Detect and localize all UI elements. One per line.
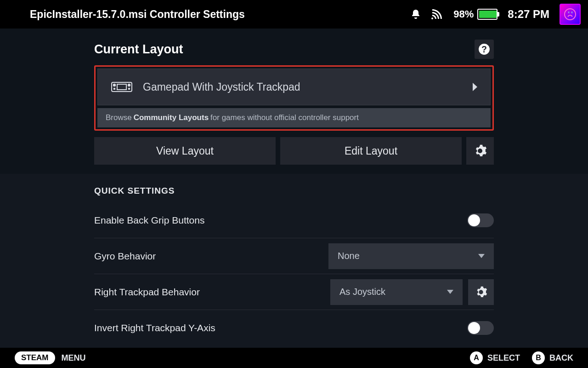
current-layout-row[interactable]: Gamepad With Joystick Trackpad bbox=[97, 69, 491, 105]
setting-label: Enable Back Grip Buttons bbox=[94, 215, 462, 226]
clock: 8:27 PM bbox=[508, 8, 549, 21]
browse-bold: Community Layouts bbox=[134, 113, 209, 122]
help-button[interactable]: ? bbox=[475, 40, 494, 59]
setting-row-gyro: Gyro Behavior None bbox=[94, 238, 494, 274]
bell-icon[interactable] bbox=[410, 9, 421, 20]
setting-row-right-trackpad: Right Trackpad Behavior As Joystick bbox=[94, 274, 494, 310]
battery-percent: 98% bbox=[453, 8, 474, 20]
footer-bar: STEAM MENU A SELECT B BACK bbox=[0, 348, 588, 368]
svg-text:x: x bbox=[568, 10, 570, 14]
avatar[interactable]: xx bbox=[560, 4, 581, 25]
select-label: SELECT bbox=[487, 353, 520, 363]
hint-select: A SELECT bbox=[470, 351, 520, 364]
menu-label: MENU bbox=[62, 353, 86, 363]
current-layout-name: Gamepad With Joystick Trackpad bbox=[143, 81, 463, 93]
setting-row-back-grip: Enable Back Grip Buttons bbox=[94, 202, 494, 238]
back-label: BACK bbox=[549, 353, 573, 363]
svg-point-8 bbox=[128, 84, 130, 86]
toggle-back-grip[interactable] bbox=[467, 213, 494, 227]
page-title: EpicInstaller-15.7.0.msi Controller Sett… bbox=[30, 8, 402, 21]
chevron-down-icon bbox=[447, 290, 453, 294]
dropdown-right-trackpad-behavior[interactable]: As Joystick bbox=[330, 279, 463, 305]
battery-icon bbox=[477, 9, 498, 20]
hint-back: B BACK bbox=[532, 351, 573, 364]
svg-point-10 bbox=[129, 88, 130, 90]
svg-point-7 bbox=[113, 84, 115, 86]
dropdown-gyro-behavior[interactable]: None bbox=[328, 243, 494, 269]
layout-highlight-box: Gamepad With Joystick Trackpad Browse Co… bbox=[94, 65, 494, 131]
status-area: 98% 8:27 PM xx bbox=[410, 4, 581, 25]
edit-layout-button[interactable]: Edit Layout bbox=[280, 137, 462, 165]
svg-point-0 bbox=[565, 9, 576, 20]
dropdown-value: As Joystick bbox=[339, 287, 385, 297]
current-layout-heading: Current Layout bbox=[94, 42, 183, 57]
steam-button[interactable]: STEAM bbox=[15, 351, 55, 364]
setting-label: Gyro Behavior bbox=[94, 251, 323, 262]
quick-settings-heading: QUICK SETTINGS bbox=[94, 186, 494, 196]
dropdown-value: None bbox=[338, 251, 360, 261]
view-layout-button[interactable]: View Layout bbox=[94, 137, 276, 165]
browse-suffix: for games without official controller su… bbox=[210, 113, 359, 122]
svg-rect-6 bbox=[117, 84, 126, 90]
right-trackpad-settings-button[interactable] bbox=[468, 279, 494, 305]
svg-text:?: ? bbox=[481, 44, 487, 54]
top-status-bar: EpicInstaller-15.7.0.msi Controller Sett… bbox=[0, 0, 588, 29]
svg-text:x: x bbox=[571, 10, 573, 14]
setting-row-invert-trackpad: Invert Right Trackpad Y-Axis bbox=[94, 310, 494, 346]
steamdeck-icon bbox=[111, 80, 133, 93]
svg-point-9 bbox=[114, 88, 115, 90]
toggle-invert-trackpad[interactable] bbox=[467, 321, 494, 335]
cast-icon[interactable] bbox=[431, 9, 443, 19]
browse-prefix: Browse bbox=[106, 113, 132, 122]
b-button-icon: B bbox=[532, 351, 545, 364]
a-button-icon: A bbox=[470, 351, 483, 364]
chevron-right-icon bbox=[473, 83, 477, 91]
browse-community-layouts[interactable]: Browse Community Layouts for games witho… bbox=[97, 108, 491, 127]
layout-settings-button[interactable] bbox=[466, 137, 494, 165]
setting-label: Right Trackpad Behavior bbox=[94, 287, 325, 298]
setting-label: Invert Right Trackpad Y-Axis bbox=[94, 322, 462, 334]
chevron-down-icon bbox=[478, 254, 485, 258]
battery-status: 98% bbox=[453, 8, 498, 20]
